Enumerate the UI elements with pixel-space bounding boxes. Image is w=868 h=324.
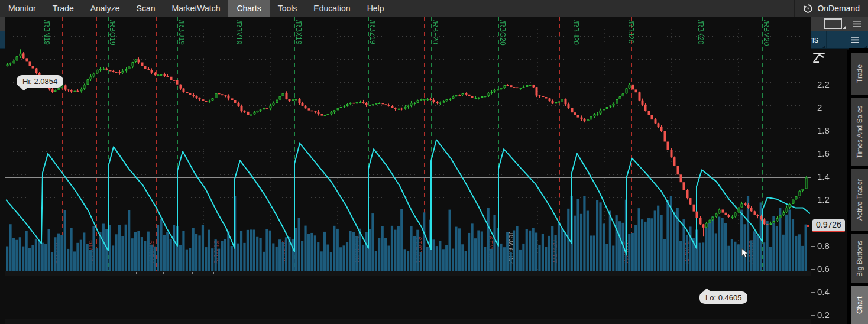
high-marker-label: Hi: 2.0854: [22, 77, 57, 86]
sidebar-tab-trade[interactable]: Trade: [851, 53, 868, 95]
sidebar-tab-active-trader[interactable]: Active Trader: [851, 169, 868, 231]
price-axis-label: 1.8: [817, 125, 830, 135]
price-axis-tick: [811, 108, 815, 108]
sidebar-tab-big-buttons[interactable]: Big Buttons: [851, 234, 868, 283]
divider: [826, 31, 827, 48]
price-axis-label: 1.6: [817, 148, 830, 158]
time-axis-strip[interactable]: [5, 319, 811, 324]
menu-item-marketwatch[interactable]: MarketWatch: [163, 0, 228, 17]
price-axis-tick: [811, 269, 815, 270]
sidebar-tab-chart[interactable]: Chart: [851, 286, 868, 324]
price-axis-tick: [811, 177, 815, 177]
price-axis-tick: [811, 315, 815, 316]
dropdown-corner: [843, 26, 846, 29]
subbar-right-controls: [824, 18, 868, 29]
menu-item-monitor[interactable]: Monitor: [0, 0, 44, 17]
price-axis-tick: [811, 246, 815, 247]
price-axis-tick: [811, 85, 815, 85]
price-axis-tick: [811, 292, 815, 293]
price-axis-tick: [811, 200, 815, 200]
menu-icon: [851, 36, 860, 44]
ondemand-button[interactable]: OnDemand: [794, 0, 868, 17]
low-marker-bubble: Lo: 0.4605: [699, 291, 747, 304]
gadget-sidebar: TradeTimes And SalesActive TraderBig But…: [847, 50, 868, 324]
price-axis-label: 0.6: [817, 264, 830, 274]
price-axis-label: 0.2: [817, 310, 830, 320]
dropdown-corner: [822, 45, 825, 48]
menu-icon[interactable]: [853, 20, 862, 28]
main-menu-bar: MonitorTradeAnalyzeScanMarketWatchCharts…: [0, 0, 868, 17]
ondemand-clock-icon: [803, 4, 813, 14]
menu-item-education[interactable]: Education: [305, 0, 358, 17]
last-price-value: 0.9726: [816, 220, 841, 229]
scale-mode-icon[interactable]: [811, 52, 827, 64]
menu-item-tools[interactable]: Tools: [270, 0, 306, 17]
price-axis-label: 2: [817, 102, 822, 112]
last-price-dot: [807, 225, 809, 227]
dropdown-corner: [864, 45, 867, 48]
menu-item-charts[interactable]: Charts: [228, 0, 269, 17]
mouse-cursor-icon: [741, 248, 749, 258]
price-axis-tick: [811, 131, 815, 131]
layout-selector-button[interactable]: [824, 18, 842, 29]
price-axis-label: 0.4: [817, 287, 830, 297]
price-axis-tick: [811, 154, 815, 154]
low-marker-label: Lo: 0.4605: [705, 293, 741, 302]
thinkorswim-window: MonitorTradeAnalyzeScanMarketWatchCharts…: [0, 0, 868, 324]
menu-item-scan[interactable]: Scan: [128, 0, 164, 17]
last-price-bubble: 0.9726: [812, 219, 845, 232]
menu-item-analyze[interactable]: Analyze: [82, 0, 128, 17]
price-axis-label: 2.2: [817, 79, 830, 89]
menu-item-help[interactable]: Help: [359, 0, 393, 17]
chart-menu-button[interactable]: [843, 31, 868, 48]
ondemand-label: OnDemand: [817, 4, 860, 13]
price-axis-label: 1.2: [817, 195, 830, 205]
price-axis-label: 1.4: [817, 171, 830, 182]
price-chart-canvas[interactable]: [5, 17, 811, 276]
high-marker-bubble: Hi: 2.0854: [17, 75, 63, 88]
price-axis-label: 0.8: [817, 241, 830, 251]
menu-item-trade[interactable]: Trade: [44, 0, 82, 17]
sidebar-tab-times-and-sales[interactable]: Times And Sales: [851, 98, 868, 166]
